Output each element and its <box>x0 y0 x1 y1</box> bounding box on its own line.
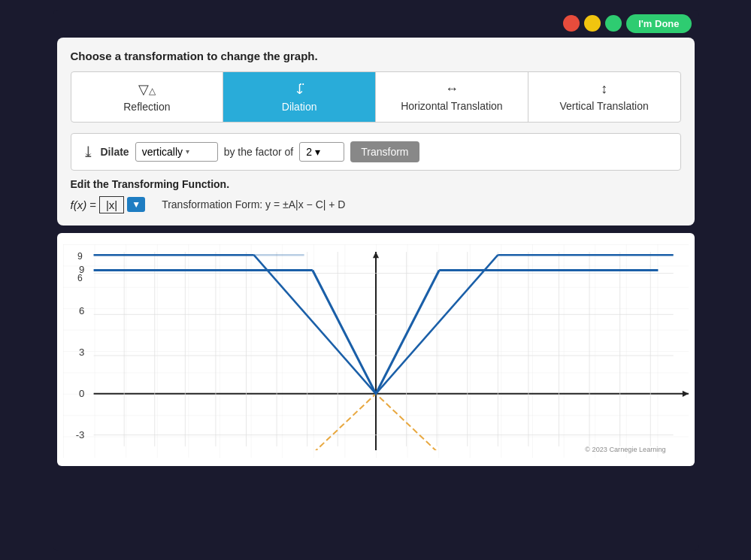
svg-text:0: 0 <box>79 387 84 398</box>
dilate-icon: ⤓ <box>82 143 95 161</box>
minimize-icon[interactable] <box>584 15 601 32</box>
options-row: ⤓ Dilate vertically ▾ by the factor of 2… <box>71 133 681 171</box>
graph-container: 9 6 9 6 3 0 -3 <box>63 242 689 460</box>
svg-text:3: 3 <box>79 347 84 358</box>
edit-section: Edit the Transforming Function. f(x) = |… <box>71 178 681 213</box>
transformation-form: Transformation Form: y = ±A|x − C| + D <box>162 198 345 210</box>
maximize-icon[interactable] <box>605 15 622 32</box>
vertical-translation-icon: ↕ <box>601 81 607 97</box>
by-factor-label: by the factor of <box>224 146 294 158</box>
dilate-label: Dilate <box>101 146 129 158</box>
fx-label: f(x) <box>71 198 87 211</box>
edit-title: Edit the Transforming Function. <box>71 178 681 190</box>
horizontal-translation-icon: ↔ <box>445 81 459 97</box>
svg-text:© 2023 Carnegie Learning: © 2023 Carnegie Learning <box>585 445 665 453</box>
factor-arrow: ▾ <box>315 146 320 158</box>
factor-select[interactable]: 2 ▾ <box>299 142 344 162</box>
tab-reflection-label: Reflection <box>123 101 170 113</box>
tab-vertical-translation-label: Vertical Translation <box>559 100 648 112</box>
tab-dilation-label: Dilation <box>282 101 317 113</box>
direction-value: vertically <box>142 146 183 158</box>
factor-value: 2 <box>306 146 312 158</box>
transform-button[interactable]: Transform <box>350 141 419 162</box>
done-button[interactable]: I'm Done <box>626 14 691 33</box>
main-panel: Choose a transformation to change the gr… <box>57 38 695 226</box>
svg-text:-3: -3 <box>75 428 84 440</box>
tab-horizontal-translation[interactable]: ↔ Horizontal Translation <box>376 72 528 122</box>
tab-vertical-translation[interactable]: ↕ Vertical Translation <box>528 72 680 122</box>
svg-text:6: 6 <box>79 305 84 316</box>
instruction-text: Choose a transformation to change the gr… <box>71 50 681 62</box>
reflection-icon: ▽△ <box>138 81 156 98</box>
direction-arrow: ▾ <box>186 147 189 156</box>
function-row: f(x) = |x| ▼ Transformation Form: y = ±A… <box>71 196 681 213</box>
abs-value-box: |x| <box>99 196 124 213</box>
function-dropdown[interactable]: ▼ <box>127 197 145 212</box>
svg-text:9: 9 <box>77 251 82 262</box>
close-icon[interactable] <box>563 15 580 32</box>
equals-sign: = <box>89 198 96 211</box>
graph-svg: 9 6 9 6 3 0 -3 <box>63 242 689 460</box>
transformation-tabs: ▽△ Reflection ↓̈ Dilation ↔ Horizontal T… <box>71 71 681 123</box>
tab-reflection[interactable]: ▽△ Reflection <box>71 72 224 122</box>
tab-dilation[interactable]: ↓̈ Dilation <box>223 72 376 122</box>
function-box: f(x) = |x| ▼ <box>71 196 146 213</box>
direction-select[interactable]: vertically ▾ <box>135 142 218 162</box>
tab-horizontal-translation-label: Horizontal Translation <box>401 100 502 112</box>
dilation-icon: ↓̈ <box>294 81 305 98</box>
graph-area: 9 6 9 6 3 0 -3 <box>57 233 695 466</box>
svg-text:9: 9 <box>79 264 84 275</box>
top-bar: I'm Done <box>53 10 699 38</box>
